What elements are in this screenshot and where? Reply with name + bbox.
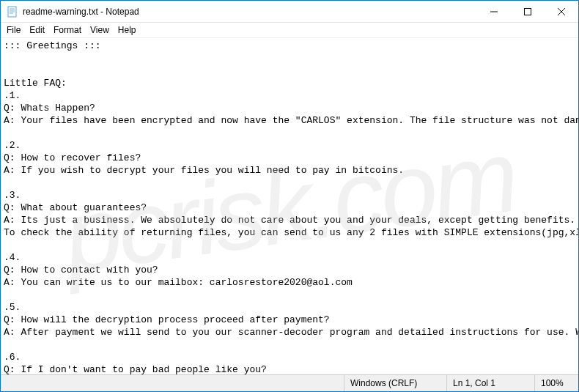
minimize-icon xyxy=(490,8,498,15)
menu-edit[interactable]: Edit xyxy=(25,23,49,37)
menu-format[interactable]: Format xyxy=(49,23,86,37)
window-controls xyxy=(477,1,578,23)
minimize-button[interactable] xyxy=(477,1,511,23)
close-button[interactable] xyxy=(545,1,578,23)
notepad-icon xyxy=(7,6,18,18)
svg-rect-6 xyxy=(525,8,531,15)
titlebar-left: readme-warning.txt - Notepad xyxy=(1,6,139,18)
titlebar: readme-warning.txt - Notepad xyxy=(1,1,578,23)
maximize-button[interactable] xyxy=(511,1,545,23)
menu-view[interactable]: View xyxy=(86,23,114,37)
status-line-ending: Windows (CRLF) xyxy=(344,375,446,391)
status-zoom: 100% xyxy=(534,375,578,391)
menubar: File Edit Format View Help xyxy=(1,23,578,37)
text-editor[interactable]: ::: Greetings ::: Little FAQ: .1. Q: Wha… xyxy=(1,38,578,374)
content-area: pcrisk.com ::: Greetings ::: Little FAQ:… xyxy=(1,37,578,374)
status-position: Ln 1, Col 1 xyxy=(446,375,534,391)
menu-help[interactable]: Help xyxy=(114,23,141,37)
statusbar: Windows (CRLF) Ln 1, Col 1 100% xyxy=(1,374,578,391)
maximize-icon xyxy=(524,8,531,15)
menu-file[interactable]: File xyxy=(2,23,25,37)
window-title: readme-warning.txt - Notepad xyxy=(23,7,139,17)
notepad-window: readme-warning.txt - Notepad File Edit F… xyxy=(0,0,579,392)
close-icon xyxy=(558,8,565,15)
